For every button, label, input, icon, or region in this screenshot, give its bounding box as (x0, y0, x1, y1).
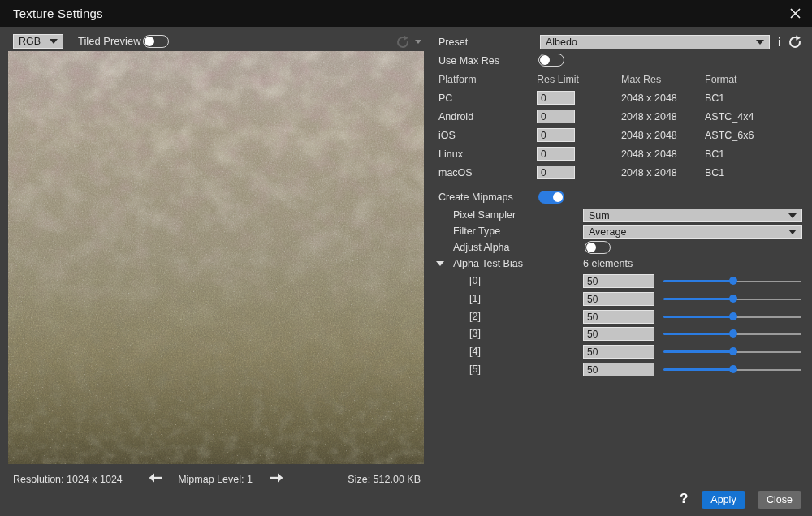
format-value: BC1 (705, 91, 724, 105)
title-bar: Texture Settings (0, 0, 812, 27)
res-limit-input[interactable] (537, 128, 575, 142)
refresh-options-caret-icon[interactable] (415, 40, 421, 44)
preset-label: Preset (438, 35, 468, 49)
window-title: Texture Settings (13, 6, 103, 20)
alpha-bias-slider[interactable] (663, 310, 801, 323)
toggle-knob (540, 55, 550, 65)
help-icon[interactable]: ? (680, 491, 688, 507)
preset-dropdown-value: Albedo (546, 37, 577, 48)
filter-type-label: Filter Type (453, 224, 500, 239)
alpha-bias-slider[interactable] (663, 274, 801, 287)
alpha-bias-input[interactable] (583, 310, 654, 324)
col-header-res-limit: Res Limit (537, 72, 579, 87)
filter-type-value: Average (589, 226, 626, 238)
res-limit-input[interactable] (537, 91, 575, 105)
tiled-preview-toggle[interactable] (143, 35, 169, 48)
alpha-bias-input[interactable] (583, 363, 654, 376)
preset-dropdown[interactable]: Albedo (540, 35, 770, 49)
element-index: [0] (469, 273, 481, 288)
platform-name: PC (438, 91, 452, 105)
use-max-res-label: Use Max Res (438, 54, 499, 68)
texture-settings-dialog: Texture Settings RGB Tiled Preview (0, 0, 812, 516)
channel-dropdown[interactable]: RGB (13, 34, 63, 49)
platform-name: Android (438, 110, 473, 124)
filter-type-dropdown[interactable]: Average (583, 225, 802, 239)
element-index: [3] (469, 326, 481, 341)
platform-name: Linux (438, 147, 463, 161)
slider-thumb[interactable] (729, 347, 737, 355)
element-index: [5] (469, 362, 481, 376)
pixel-sampler-dropdown[interactable]: Sum (583, 209, 802, 222)
platform-name: iOS (438, 128, 456, 143)
use-max-res-toggle[interactable] (538, 54, 564, 67)
close-button[interactable]: Close (758, 491, 801, 509)
size-status: Size: 512.00 KB (348, 472, 421, 487)
dropdown-caret-icon (788, 230, 797, 234)
alpha-bias-slider[interactable] (663, 327, 801, 340)
dropdown-caret-icon (788, 213, 797, 218)
platform-name: macOS (438, 166, 473, 180)
slider-thumb[interactable] (729, 365, 737, 373)
preview-refresh-icon[interactable] (395, 34, 410, 52)
texture-preview (8, 51, 424, 464)
max-res-value: 2048 x 2048 (621, 166, 677, 180)
create-mipmaps-label: Create Mipmaps (438, 190, 513, 204)
element-index: [2] (469, 309, 481, 324)
alpha-bias-input[interactable] (583, 345, 654, 359)
alpha-test-bias-label: Alpha Test Bias (453, 256, 523, 271)
alpha-bias-input[interactable] (583, 292, 654, 306)
apply-button[interactable]: Apply (702, 491, 745, 509)
format-value: BC1 (705, 147, 724, 161)
toggle-knob (586, 243, 596, 252)
max-res-value: 2048 x 2048 (621, 91, 677, 105)
channel-dropdown-value: RGB (19, 36, 41, 47)
alpha-test-bias-count: 6 elements (583, 256, 633, 271)
alpha-bias-slider[interactable] (663, 292, 801, 305)
adjust-alpha-toggle[interactable] (585, 241, 611, 254)
res-limit-input[interactable] (537, 147, 575, 161)
adjust-alpha-label: Adjust Alpha (453, 240, 510, 255)
format-value: ASTC_6x6 (705, 128, 754, 143)
col-header-format: Format (705, 72, 737, 87)
res-limit-input[interactable] (537, 110, 575, 123)
alpha-bias-slider[interactable] (663, 363, 801, 376)
element-index: [4] (469, 344, 481, 359)
toggle-knob (553, 192, 563, 202)
max-res-value: 2048 x 2048 (621, 147, 677, 161)
close-icon[interactable] (783, 0, 807, 27)
create-mipmaps-toggle[interactable] (538, 191, 564, 204)
pixel-sampler-label: Pixel Sampler (453, 208, 516, 222)
resolution-status: Resolution: 1024 x 1024 (13, 472, 123, 487)
dropdown-caret-icon (756, 40, 764, 45)
slider-thumb[interactable] (729, 295, 737, 303)
res-limit-input[interactable] (537, 166, 575, 179)
arrow-left-icon[interactable] (147, 471, 165, 487)
col-header-platform: Platform (438, 72, 477, 87)
alpha-bias-input[interactable] (583, 327, 654, 341)
alpha-bias-input[interactable] (583, 274, 654, 288)
preset-refresh-icon[interactable] (788, 34, 802, 52)
col-header-max-res: Max Res (621, 72, 661, 87)
format-value: ASTC_4x4 (705, 110, 754, 124)
format-value: BC1 (705, 166, 724, 180)
max-res-value: 2048 x 2048 (621, 110, 677, 124)
max-res-value: 2048 x 2048 (621, 128, 677, 143)
mipmap-level-status: Mipmap Level: 1 (171, 472, 260, 487)
pixel-sampler-value: Sum (589, 210, 610, 221)
texture-preview-image (8, 51, 424, 464)
collapse-caret-icon[interactable] (436, 261, 444, 266)
slider-thumb[interactable] (729, 277, 737, 285)
alpha-bias-slider[interactable] (663, 345, 801, 358)
arrow-right-icon[interactable] (269, 471, 287, 487)
info-icon[interactable]: i (775, 35, 784, 49)
element-index: [1] (469, 291, 481, 306)
dropdown-caret-icon (50, 39, 58, 44)
slider-thumb[interactable] (729, 312, 737, 320)
tiled-preview-label: Tiled Preview (78, 34, 141, 49)
slider-thumb[interactable] (729, 329, 737, 338)
toggle-knob (145, 37, 154, 46)
